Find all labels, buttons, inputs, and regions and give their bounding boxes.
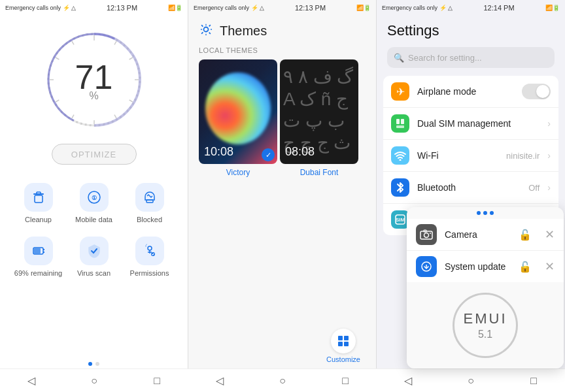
svg-text:①: ① bbox=[92, 195, 97, 201]
customize-label: Customize bbox=[326, 355, 360, 363]
svg-point-27 bbox=[148, 246, 152, 250]
shortcut-battery[interactable]: 69% remaining bbox=[10, 237, 66, 277]
nav-recents-panel2[interactable]: □ bbox=[335, 370, 356, 391]
shortcut-cleanup[interactable]: Cleanup bbox=[10, 183, 66, 223]
settings-item-bluetooth[interactable]: Bluetooth Off › bbox=[383, 172, 558, 204]
mobile-data-icon: ① bbox=[80, 183, 109, 212]
virus-scan-label: Virus scan bbox=[77, 269, 111, 277]
svg-rect-16 bbox=[35, 195, 43, 203]
blocked-label: Blocked bbox=[137, 216, 162, 223]
panel3-settings: Emergency calls only ⚡ △ 12:14 PM 📶🔋 Set… bbox=[377, 0, 565, 392]
bluetooth-label: Bluetooth bbox=[417, 182, 521, 193]
battery-icon bbox=[24, 237, 53, 265]
status-bar-right: 📶🔋 bbox=[168, 5, 182, 11]
time-p3: 12:14 PM bbox=[483, 4, 514, 12]
themes-screen: Emergency calls only ⚡ △ 12:13 PM 📶🔋 bbox=[188, 0, 377, 392]
svg-point-45 bbox=[430, 233, 431, 234]
panel2-themes: Emergency calls only ⚡ △ 12:13 PM 📶🔋 bbox=[188, 0, 377, 392]
shortcut-mobile-data[interactable]: ① Mobile data bbox=[66, 183, 122, 223]
victory-label: Victory bbox=[226, 168, 250, 177]
settings-item-dual-sim[interactable]: Dual SIM management › bbox=[383, 108, 558, 140]
nav-bar-panel3: ◁ ○ □ bbox=[377, 368, 565, 392]
emui-area: EMUI 5.1 bbox=[407, 282, 564, 368]
svg-rect-35 bbox=[344, 342, 349, 346]
status-bar-panel2: Emergency calls only ⚡ △ 12:13 PM 📶🔋 bbox=[188, 0, 376, 16]
themes-header: Themes bbox=[188, 16, 376, 44]
icons-p2: 📶🔋 bbox=[356, 5, 371, 11]
svg-line-3 bbox=[114, 41, 116, 44]
nav-bar-panel1: ◁ ○ □ bbox=[0, 368, 188, 392]
wifi-chevron: › bbox=[547, 150, 551, 161]
dual-sim-label: Dual SIM management bbox=[417, 118, 539, 129]
nav-back-panel1[interactable]: ◁ bbox=[21, 370, 42, 391]
settings-screen: Emergency calls only ⚡ △ 12:14 PM 📶🔋 Set… bbox=[377, 0, 565, 392]
score-display: 71 % bbox=[75, 57, 113, 102]
theme-victory[interactable]: 10:08 ✓ Victory bbox=[199, 59, 277, 177]
settings-item-wifi[interactable]: Wi-Fi ninisite.ir › bbox=[383, 140, 558, 172]
bluetooth-icon bbox=[391, 178, 409, 197]
search-placeholder: Search for setting... bbox=[408, 53, 482, 63]
nav-home-panel3[interactable]: ○ bbox=[460, 370, 481, 391]
settings-search-bar[interactable]: 🔍 Search for setting... bbox=[387, 47, 555, 68]
card-app-system-update[interactable]: System update 🔓 ✕ bbox=[407, 251, 564, 282]
svg-text:SIM: SIM bbox=[396, 217, 405, 223]
emergency-text-p3: Emergency calls only ⚡ △ bbox=[382, 5, 453, 11]
svg-line-6 bbox=[129, 100, 132, 102]
icons-p3: 📶🔋 bbox=[545, 5, 560, 11]
svg-rect-36 bbox=[396, 119, 400, 124]
svg-rect-38 bbox=[396, 125, 404, 128]
status-bar-panel1: Emergency calls only ⚡ △ 12:13 PM 📶🔋 bbox=[0, 0, 188, 16]
victory-splash bbox=[205, 73, 271, 144]
optimize-button[interactable]: OPTIMIZE bbox=[52, 144, 137, 165]
shortcut-permissions[interactable]: Permissions bbox=[122, 237, 177, 277]
camera-close-icon[interactable]: ✕ bbox=[545, 227, 555, 242]
airplane-mode-toggle[interactable] bbox=[522, 84, 551, 99]
customize-button[interactable]: Customize bbox=[326, 329, 360, 363]
svg-point-39 bbox=[400, 159, 402, 161]
shortcut-blocked[interactable]: Blocked bbox=[122, 183, 177, 223]
svg-rect-15 bbox=[33, 193, 44, 195]
wifi-value: ninisite.ir bbox=[506, 151, 539, 161]
airplane-mode-icon: ✈ bbox=[391, 82, 409, 101]
settings-item-airplane[interactable]: ✈ Airplane mode bbox=[383, 76, 558, 108]
floating-recents-card: Camera 🔓 ✕ System update 🔓 ✕ bbox=[407, 207, 564, 368]
camera-lock-icon: 🔓 bbox=[519, 229, 532, 241]
wifi-label: Wi-Fi bbox=[417, 150, 498, 161]
dubai-bg: ۹ گ ف ۸ A ک ñ ج ب پ ت ث ج چ ح خ 08:08 bbox=[280, 59, 358, 164]
victory-selected-check: ✓ bbox=[262, 148, 275, 161]
nav-back-panel2[interactable]: ◁ bbox=[209, 370, 230, 391]
dual-sim-icon bbox=[391, 114, 409, 133]
nav-recents-panel3[interactable]: □ bbox=[523, 370, 544, 391]
camera-app-label: Camera bbox=[445, 229, 511, 240]
panel1-phone-optimizer: Emergency calls only ⚡ △ 12:13 PM 📶🔋 bbox=[0, 0, 188, 392]
score-circle: 71 % bbox=[42, 27, 146, 132]
camera-app-icon bbox=[416, 224, 437, 245]
system-update-label: System update bbox=[445, 261, 511, 272]
card-app-camera[interactable]: Camera 🔓 ✕ bbox=[407, 219, 564, 251]
status-bar-time: 12:13 PM bbox=[107, 4, 137, 12]
bluetooth-chevron: › bbox=[547, 182, 551, 193]
victory-time: 10:08 bbox=[204, 145, 233, 159]
emergency-text-p2: Emergency calls only ⚡ △ bbox=[194, 5, 264, 11]
system-update-close-icon[interactable]: ✕ bbox=[545, 259, 555, 274]
status-bar-left: Emergency calls only ⚡ △ bbox=[5, 5, 76, 11]
svg-line-13 bbox=[72, 41, 74, 44]
nav-home-panel2[interactable]: ○ bbox=[272, 370, 293, 391]
customize-icon bbox=[331, 329, 356, 353]
airplane-mode-label: Airplane mode bbox=[417, 86, 514, 97]
emui-version: 5.1 bbox=[478, 329, 492, 340]
permissions-label: Permissions bbox=[130, 269, 169, 277]
theme-dubai-font[interactable]: ۹ گ ف ۸ A ک ñ ج ب پ ت ث ج چ ح خ 08:08 Du… bbox=[280, 59, 358, 177]
shortcut-virus-scan[interactable]: Virus scan bbox=[66, 237, 122, 277]
theme-victory-thumb: 10:08 ✓ bbox=[199, 59, 277, 164]
system-update-lock-icon: 🔓 bbox=[519, 261, 532, 273]
card-dots bbox=[407, 207, 564, 219]
settings-header: Settings bbox=[377, 16, 565, 43]
time-p2: 12:13 PM bbox=[295, 4, 326, 12]
svg-line-12 bbox=[56, 57, 59, 59]
nav-recents-panel1[interactable]: □ bbox=[146, 370, 167, 391]
nav-back-panel3[interactable]: ◁ bbox=[398, 370, 419, 391]
blocked-icon bbox=[135, 183, 164, 212]
dot-active bbox=[88, 362, 92, 366]
nav-home-panel1[interactable]: ○ bbox=[84, 370, 105, 391]
